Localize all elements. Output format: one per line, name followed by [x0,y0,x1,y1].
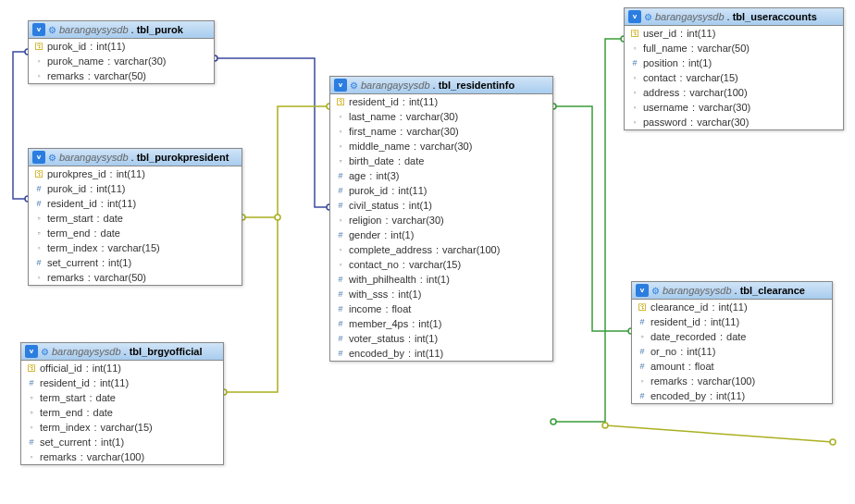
column-row[interactable]: ◦last_name : varchar(30) [330,109,552,124]
column-row[interactable]: ◦religion : varchar(30) [330,213,552,227]
column-row[interactable]: #member_4ps : int(1) [330,316,552,331]
relation-line [553,39,624,422]
db-name-label: barangaysysdb [663,285,732,296]
column-row[interactable]: #set_current : int(1) [29,255,242,270]
column-row[interactable]: ◦remarks : varchar(100) [632,374,832,388]
column-name: income [349,303,381,314]
expand-icon[interactable]: v [25,345,38,358]
table-purok[interactable]: v⚙barangaysysdb.tbl_purok⚿purok_id : int… [28,20,215,84]
gear-icon[interactable]: ⚙ [41,347,49,357]
column-row[interactable]: #or_no : int(11) [632,344,832,359]
table-clearance[interactable]: v⚙barangaysysdb.tbl_clearance⚿clearance_… [631,281,833,404]
type-separator: : [414,141,416,152]
column-row[interactable]: #encoded_by : int(11) [632,388,832,403]
type-separator: : [90,392,93,403]
hash-icon: # [638,317,647,326]
expand-icon[interactable]: v [334,79,347,92]
column-row[interactable]: ▫term_end : date [21,405,223,420]
column-type: int(11) [687,28,715,39]
relation-line [553,106,631,331]
expand-icon[interactable]: v [636,284,649,297]
column-row[interactable]: #resident_id : int(11) [632,314,832,329]
expand-icon[interactable]: v [32,23,45,36]
column-row[interactable]: ◦password : varchar(30) [625,115,843,129]
column-row[interactable]: ◦full_name : varchar(50) [625,41,843,55]
column-row[interactable]: #voter_status : int(1) [330,331,552,346]
table-header[interactable]: v⚙barangaysysdb.tbl_purokpresident [29,149,242,166]
column-row[interactable]: ▫term_end : date [29,226,242,240]
column-row[interactable]: ◦remarks : varchar(50) [29,68,214,83]
column-name: username [643,102,688,113]
column-row[interactable]: ⚿purokpres_id : int(11) [29,166,242,181]
type-separator: : [403,96,405,107]
column-row[interactable]: #with_philhealth : int(1) [330,272,552,287]
column-row[interactable]: ⚿user_id : int(11) [625,26,843,41]
table-name-label: tbl_residentinfo [439,80,515,91]
column-row[interactable]: ◦username : varchar(30) [625,100,843,115]
column-row[interactable]: #amount : float [632,359,832,374]
column-row[interactable]: #purok_id : int(11) [330,183,552,198]
column-row[interactable]: ◦first_name : varchar(30) [330,124,552,139]
column-row[interactable]: #purok_id : int(11) [29,181,242,196]
column-row[interactable]: #age : int(3) [330,168,552,183]
type-separator: : [398,155,401,166]
table-header[interactable]: v⚙barangaysysdb.tbl_clearance [632,282,832,300]
text-icon: ◦ [630,73,639,82]
column-row[interactable]: ◦address : varchar(100) [625,85,843,100]
column-row[interactable]: #civil_status : int(1) [330,198,552,213]
type-separator: : [110,168,113,179]
column-type: float [695,361,714,372]
table-residentinfo[interactable]: v⚙barangaysysdb.tbl_residentinfo⚿residen… [329,76,553,362]
column-row[interactable]: ◦middle_name : varchar(30) [330,139,552,154]
column-row[interactable]: ◦contact : varchar(15) [625,70,843,85]
column-row[interactable]: ◦remarks : varchar(50) [29,270,242,285]
text-icon: ◦ [336,141,345,151]
table-name-label: tbl_useraccounts [733,11,817,22]
column-row[interactable]: ◦term_index : varchar(15) [29,240,242,255]
type-separator: : [391,289,394,300]
column-row[interactable]: ▫term_start : date [21,390,223,405]
column-row[interactable]: #gender : int(1) [330,227,552,242]
gear-icon[interactable]: ⚙ [350,80,358,91]
table-useraccounts[interactable]: v⚙barangaysysdb.tbl_useraccounts⚿user_id… [624,7,844,130]
expand-icon[interactable]: v [628,10,641,23]
column-row[interactable]: ⚿purok_id : int(11) [29,39,214,54]
table-header[interactable]: v⚙barangaysysdb.tbl_residentinfo [330,77,552,94]
table-header[interactable]: v⚙barangaysysdb.tbl_purok [29,21,214,39]
column-row[interactable]: #resident_id : int(11) [29,196,242,211]
gear-icon[interactable]: ⚙ [48,25,56,35]
column-row[interactable]: #income : float [330,301,552,316]
column-row[interactable]: #resident_id : int(11) [21,375,223,390]
gear-icon[interactable]: ⚙ [644,12,652,22]
column-row[interactable]: ◦complete_address : varchar(100) [330,242,552,257]
text-icon: ◦ [630,88,639,97]
column-row[interactable]: ⚿official_id : int(11) [21,361,223,375]
column-row[interactable]: ⚿clearance_id : int(11) [632,300,832,314]
expand-icon[interactable]: v [32,151,45,164]
column-row[interactable]: #with_sss : int(1) [330,287,552,301]
table-purokpresident[interactable]: v⚙barangaysysdb.tbl_purokpresident⚿purok… [28,148,242,286]
column-row[interactable]: #encoded_by : int(11) [330,346,552,361]
table-brgyofficial[interactable]: v⚙barangaysysdb.tbl_brgyofficial⚿officia… [20,342,224,465]
column-row[interactable]: ◦term_index : varchar(15) [21,420,223,435]
relation-line [605,425,833,442]
column-name: password [643,117,687,128]
column-row[interactable]: ◦remarks : varchar(100) [21,449,223,464]
table-header[interactable]: v⚙barangaysysdb.tbl_useraccounts [625,8,843,26]
relation-endpoint [602,423,608,428]
column-type: varchar(100) [87,451,144,462]
column-row[interactable]: #set_current : int(1) [21,435,223,449]
column-name: clearance_id [651,301,708,313]
column-row[interactable]: ◦contact_no : varchar(15) [330,257,552,272]
gear-icon[interactable]: ⚙ [651,286,660,296]
column-row[interactable]: ▫birth_date : date [330,154,552,168]
date-icon: ▫ [638,332,647,341]
column-row[interactable]: ◦purok_name : varchar(30) [29,54,214,68]
column-row[interactable]: ▫term_start : date [29,211,242,226]
column-row[interactable]: #position : int(1) [625,55,843,70]
column-type: int(11) [107,198,136,209]
column-row[interactable]: ▫date_recorded : date [632,329,832,344]
column-row[interactable]: ⚿resident_id : int(11) [330,94,552,109]
gear-icon[interactable]: ⚙ [48,153,56,163]
table-header[interactable]: v⚙barangaysysdb.tbl_brgyofficial [21,343,223,361]
